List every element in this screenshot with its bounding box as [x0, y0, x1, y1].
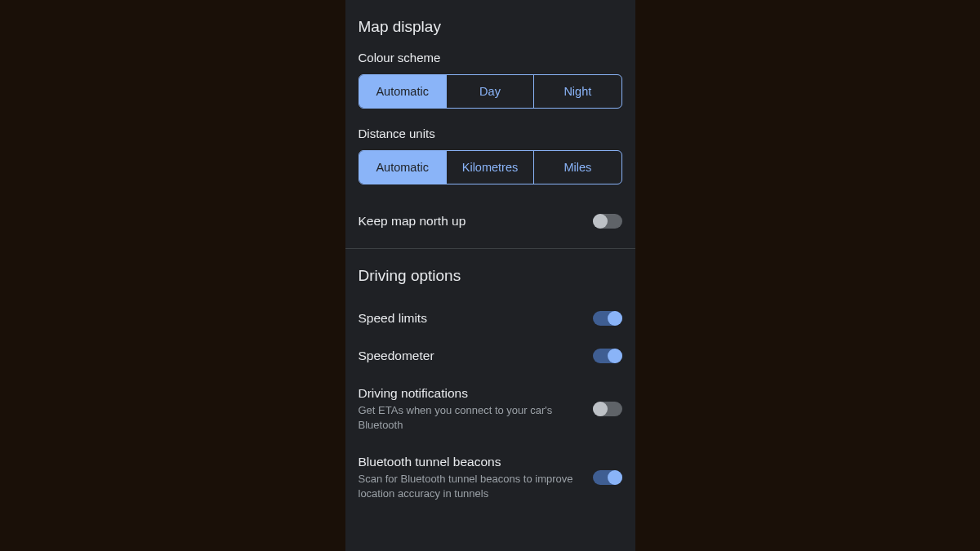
bluetooth-tunnel-beacons-subtitle: Scan for Bluetooth tunnel beacons to imp… [359, 472, 580, 500]
driving-notifications-toggle[interactable] [593, 402, 622, 416]
distance-units-group: Automatic Kilometres Miles [359, 150, 622, 184]
keep-north-up-label: Keep map north up [359, 214, 580, 229]
colour-scheme-night[interactable]: Night [534, 75, 621, 108]
speed-limits-label: Speed limits [359, 311, 580, 326]
distance-units-miles[interactable]: Miles [534, 151, 621, 184]
speedometer-toggle[interactable] [593, 349, 622, 363]
driving-notifications-row: Driving notifications Get ETAs when you … [359, 375, 622, 443]
speed-limits-row: Speed limits [359, 300, 622, 337]
colour-scheme-label: Colour scheme [359, 51, 622, 64]
distance-units-automatic[interactable]: Automatic [359, 151, 447, 184]
keep-north-up-row: Keep map north up [359, 202, 622, 240]
bluetooth-tunnel-beacons-toggle[interactable] [593, 470, 622, 485]
driving-notifications-subtitle: Get ETAs when you connect to your car's … [359, 403, 580, 432]
distance-units-kilometres[interactable]: Kilometres [447, 151, 534, 184]
section-divider [345, 248, 635, 249]
colour-scheme-day[interactable]: Day [447, 75, 534, 108]
settings-panel: Map display Colour scheme Automatic Day … [345, 0, 635, 551]
colour-scheme-group: Automatic Day Night [359, 74, 622, 109]
speedometer-row: Speedometer [359, 337, 622, 375]
bluetooth-tunnel-beacons-row: Bluetooth tunnel beacons Scan for Blueto… [359, 443, 622, 512]
keep-north-up-toggle[interactable] [593, 214, 622, 229]
speed-limits-toggle[interactable] [593, 311, 622, 326]
distance-units-label: Distance units [359, 127, 622, 140]
colour-scheme-automatic[interactable]: Automatic [359, 75, 447, 108]
driving-options-title: Driving options [359, 267, 622, 285]
map-display-title: Map display [359, 18, 622, 36]
bluetooth-tunnel-beacons-label: Bluetooth tunnel beacons [359, 455, 580, 469]
speedometer-label: Speedometer [359, 349, 580, 363]
driving-notifications-label: Driving notifications [359, 386, 580, 401]
